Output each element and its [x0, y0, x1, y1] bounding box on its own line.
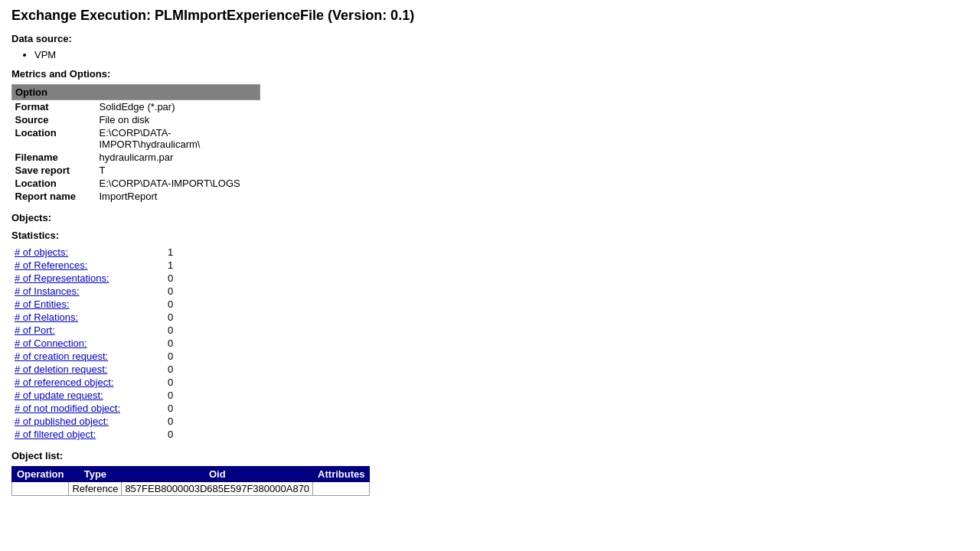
- stat-label[interactable]: # of Instances:: [11, 285, 165, 298]
- statistics-table: # of objects: 1 # of References: 1 # of …: [11, 246, 176, 441]
- table-row: # of update request: 0: [11, 389, 176, 402]
- table-row: # of referenced object: 0: [11, 376, 176, 389]
- object-list-label: Object list:: [11, 450, 969, 461]
- cell-operation: [12, 482, 69, 496]
- metric-value: T: [96, 164, 260, 177]
- stat-label[interactable]: # of Connection:: [11, 337, 165, 350]
- object-list-table: Operation Type Oid Attributes Reference …: [11, 466, 370, 496]
- col-header-type: Type: [69, 467, 122, 482]
- object-list-section: Object list: Operation Type Oid Attribut…: [11, 450, 969, 496]
- stat-value: 0: [165, 272, 176, 285]
- metrics-table-header: Option: [12, 85, 260, 100]
- table-row: Source File on disk: [12, 113, 260, 126]
- stat-label[interactable]: # of Port:: [11, 324, 165, 337]
- table-row: # of deletion request: 0: [11, 363, 176, 376]
- stat-label[interactable]: # of References:: [11, 259, 165, 272]
- stat-value: 0: [165, 337, 176, 350]
- table-row: # of creation request: 0: [11, 350, 176, 363]
- stat-value: 1: [165, 259, 176, 272]
- metric-value: E:\CORP\DATA-IMPORT\LOGS: [96, 177, 260, 190]
- metric-value: E:\CORP\DATA-IMPORT\hydraulicarm\: [96, 126, 260, 151]
- table-row: # of Representations: 0: [11, 272, 176, 285]
- stat-value: 0: [165, 415, 176, 428]
- stat-label[interactable]: # of Representations:: [11, 272, 165, 285]
- page-title: Exchange Execution: PLMImportExperienceF…: [11, 8, 969, 24]
- stat-label[interactable]: # of Entities:: [11, 298, 165, 311]
- stat-label[interactable]: # of deletion request:: [11, 363, 165, 376]
- metric-label: Save report: [12, 164, 96, 177]
- metric-value: SolidEdge (*.par): [96, 100, 260, 114]
- stat-label[interactable]: # of referenced object:: [11, 376, 165, 389]
- data-source-label: Data source:: [11, 33, 969, 44]
- stat-value: 0: [165, 350, 176, 363]
- statistics-label: Statistics:: [11, 230, 969, 241]
- table-row: # of published object: 0: [11, 415, 176, 428]
- metric-label: Source: [12, 113, 96, 126]
- metric-label: Report name: [12, 190, 96, 203]
- metric-label: Filename: [12, 151, 96, 164]
- stat-value: 0: [165, 311, 176, 324]
- stat-value: 0: [165, 402, 176, 415]
- col-header-oid: Oid: [122, 467, 313, 482]
- table-row: Format SolidEdge (*.par): [12, 100, 260, 114]
- stat-label[interactable]: # of update request:: [11, 389, 165, 402]
- table-row: Location E:\CORP\DATA-IMPORT\hydraulicar…: [12, 126, 260, 151]
- table-row: # of Connection: 0: [11, 337, 176, 350]
- cell-oid: 857FEB8000003D685E597F380000A870: [122, 482, 313, 496]
- cell-attributes: [313, 482, 370, 496]
- stat-value: 1: [165, 246, 176, 259]
- data-source-list: VPM: [34, 49, 969, 60]
- metric-value: ImportReport: [96, 190, 260, 203]
- stat-value: 0: [165, 389, 176, 402]
- table-row: # of Port: 0: [11, 324, 176, 337]
- stat-label[interactable]: # of filtered object:: [11, 428, 165, 441]
- data-source-section: Data source: VPM: [11, 33, 969, 60]
- table-row: # of not modified object: 0: [11, 402, 176, 415]
- table-row: # of Relations: 0: [11, 311, 176, 324]
- data-source-item-vpm: VPM: [34, 49, 969, 60]
- stat-value: 0: [165, 324, 176, 337]
- table-row: Location E:\CORP\DATA-IMPORT\LOGS: [12, 177, 260, 190]
- objects-label: Objects:: [11, 212, 969, 223]
- stat-label[interactable]: # of published object:: [11, 415, 165, 428]
- table-row: Reference 857FEB8000003D685E597F380000A8…: [12, 482, 370, 496]
- cell-type: Reference: [69, 482, 122, 496]
- metric-value: File on disk: [96, 113, 260, 126]
- col-header-attributes: Attributes: [313, 467, 370, 482]
- table-row: Report name ImportReport: [12, 190, 260, 203]
- stat-value: 0: [165, 285, 176, 298]
- table-row: Filename hydraulicarm.par: [12, 151, 260, 164]
- stat-label[interactable]: # of objects:: [11, 246, 165, 259]
- metric-label: Location: [12, 126, 96, 151]
- table-row: # of Instances: 0: [11, 285, 176, 298]
- statistics-section: Statistics: # of objects: 1 # of Referen…: [11, 230, 969, 441]
- metric-value: hydraulicarm.par: [96, 151, 260, 164]
- stat-label[interactable]: # of Relations:: [11, 311, 165, 324]
- metric-label: Format: [12, 100, 96, 114]
- metrics-table: Option Format SolidEdge (*.par) Source F…: [11, 84, 260, 203]
- table-row: # of objects: 1: [11, 246, 176, 259]
- objects-section: Objects:: [11, 212, 969, 223]
- table-row: # of References: 1: [11, 259, 176, 272]
- table-row: Save report T: [12, 164, 260, 177]
- stat-value: 0: [165, 376, 176, 389]
- stat-value: 0: [165, 363, 176, 376]
- metrics-title: Metrics and Options:: [11, 68, 969, 80]
- stat-label[interactable]: # of creation request:: [11, 350, 165, 363]
- metrics-section: Metrics and Options: Option Format Solid…: [11, 68, 969, 203]
- stat-value: 0: [165, 298, 176, 311]
- stat-value: 0: [165, 428, 176, 441]
- col-header-operation: Operation: [12, 467, 69, 482]
- table-row: # of Entities: 0: [11, 298, 176, 311]
- metric-label: Location: [12, 177, 96, 190]
- table-row: # of filtered object: 0: [11, 428, 176, 441]
- stat-label[interactable]: # of not modified object:: [11, 402, 165, 415]
